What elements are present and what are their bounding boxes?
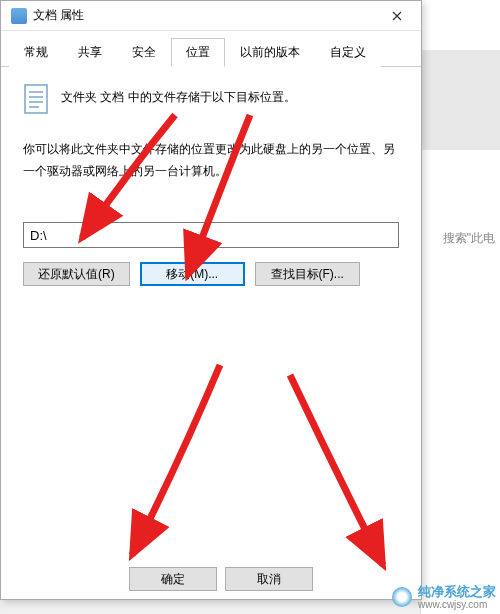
- close-icon: [392, 11, 402, 21]
- documents-icon: [23, 83, 51, 115]
- tab-security[interactable]: 安全: [117, 38, 171, 67]
- ok-button[interactable]: 确定: [129, 567, 217, 591]
- watermark: 纯净系统之家 www.cwjsy.com: [392, 585, 496, 610]
- properties-dialog: 文档 属性 常规 共享 安全 位置 以前的版本 自定义 文件夹 文档 中的文件存…: [0, 0, 422, 600]
- tab-general[interactable]: 常规: [9, 38, 63, 67]
- info-row: 文件夹 文档 中的文件存储于以下目标位置。: [23, 83, 399, 115]
- info-text: 文件夹 文档 中的文件存储于以下目标位置。: [61, 83, 296, 106]
- tab-previous[interactable]: 以前的版本: [225, 38, 315, 67]
- dialog-bottom-row: 确定 取消: [1, 567, 421, 591]
- dialog-title: 文档 属性: [33, 7, 377, 24]
- move-button[interactable]: 移动(M)...: [140, 262, 245, 286]
- tab-content: 文件夹 文档 中的文件存储于以下目标位置。 你可以将此文件夹中文件存储的位置更改…: [1, 67, 421, 577]
- restore-defaults-button[interactable]: 还原默认值(R): [23, 262, 130, 286]
- cancel-button[interactable]: 取消: [225, 567, 313, 591]
- find-target-button[interactable]: 查找目标(F)...: [255, 262, 360, 286]
- svg-rect-0: [25, 85, 47, 113]
- watermark-logo-icon: [392, 587, 412, 607]
- watermark-url: www.cwjsy.com: [418, 599, 496, 610]
- tab-location[interactable]: 位置: [171, 38, 225, 67]
- titlebar: 文档 属性: [1, 1, 421, 31]
- watermark-name: 纯净系统之家: [418, 585, 496, 599]
- description-text: 你可以将此文件夹中文件存储的位置更改为此硬盘上的另一个位置、另一个驱动器或网络上…: [23, 139, 399, 182]
- path-input[interactable]: [23, 222, 399, 248]
- background-gray-strip: [420, 50, 500, 150]
- tabs-row: 常规 共享 安全 位置 以前的版本 自定义: [1, 31, 421, 67]
- tab-custom[interactable]: 自定义: [315, 38, 381, 67]
- dialog-folder-icon: [11, 8, 27, 24]
- action-buttons-row: 还原默认值(R) 移动(M)... 查找目标(F)...: [23, 262, 399, 286]
- tab-share[interactable]: 共享: [63, 38, 117, 67]
- close-button[interactable]: [377, 2, 417, 30]
- search-placeholder-text: 搜索"此电: [443, 230, 495, 247]
